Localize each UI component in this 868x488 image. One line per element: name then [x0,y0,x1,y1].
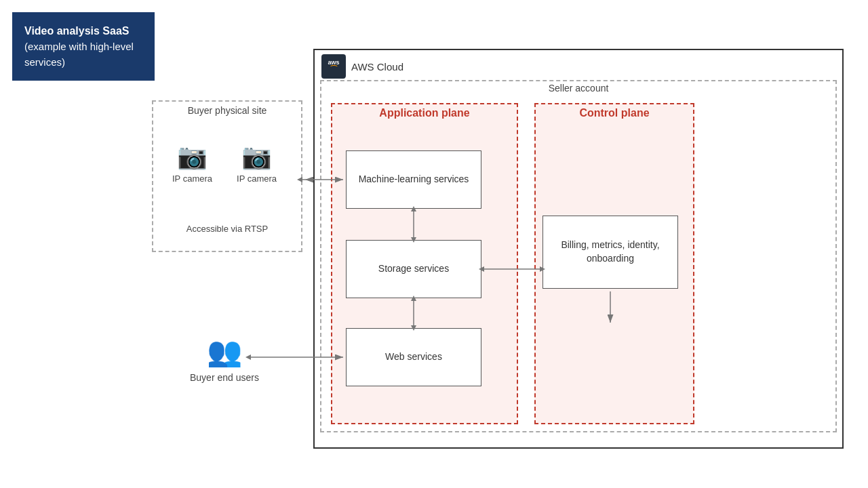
camera-2-label: IP camera [237,174,277,184]
camera-area: 📷 IP camera 📷 IP camera [172,142,277,184]
billing-box: Billing, metrics, identity, onboarding [542,216,678,289]
buyer-users-label: Buyer end users [190,372,259,383]
control-plane-label: Control plane [534,107,694,119]
rtsp-label: Accessible via RTSP [152,224,302,234]
storage-services-label: Storage services [378,262,449,276]
aws-logo: aws ⁀ [321,54,346,79]
web-services-label: Web services [385,350,442,364]
buyer-users-area: 👥 Buyer end users [190,335,259,383]
title-normal: (example with high-level services) [24,41,134,68]
storage-services-box: Storage services [346,240,481,298]
ml-services-label: Machine-learning services [359,173,469,186]
title-bold: Video analysis SaaS [24,25,129,37]
web-services-box: Web services [346,328,481,386]
camera-2: 📷 IP camera [237,142,277,184]
camera-icon-1: 📷 [177,142,208,171]
billing-label: Billing, metrics, identity, onboarding [543,239,677,265]
aws-cloud-label: AWS Cloud [351,61,403,73]
buyer-site-label: Buyer physical site [152,105,302,116]
title-box: Video analysis SaaS (example with high-l… [12,12,155,81]
ml-services-box: Machine-learning services [346,150,481,209]
camera-1: 📷 IP camera [172,142,212,184]
camera-1-label: IP camera [172,174,212,184]
aws-logo-smile: ⁀ [331,66,337,73]
aws-header: aws ⁀ AWS Cloud [315,50,842,83]
application-plane-label: Application plane [331,107,518,119]
users-icon: 👥 [207,335,242,368]
camera-icon-2: 📷 [241,142,272,171]
